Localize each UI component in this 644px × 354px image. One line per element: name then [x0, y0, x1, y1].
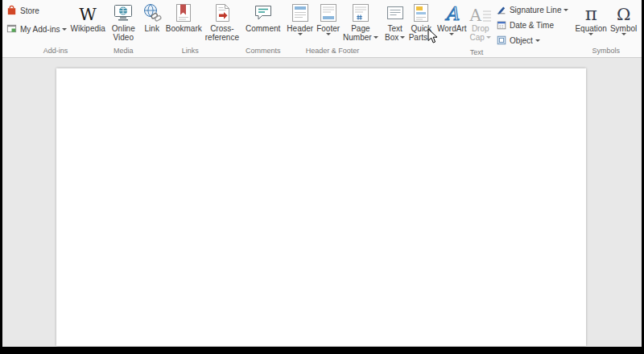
- my-addins-button[interactable]: My Add-ins: [4, 23, 68, 36]
- online-video-button[interactable]: Online Video: [110, 1, 137, 46]
- symbol-icon: Ω: [617, 6, 630, 23]
- ribbon-group-addins: Store My Add-ins W Wikipedia Add-ins: [3, 0, 108, 57]
- ribbon-group-symbols: π Equation Ω Symbol Symbols: [572, 0, 639, 57]
- chevron-down-icon: [326, 33, 331, 35]
- link-icon: [142, 2, 163, 23]
- link-label: Link: [145, 24, 159, 33]
- comment-button[interactable]: Comment: [244, 1, 282, 46]
- store-icon: [6, 4, 18, 18]
- signature-line-button[interactable]: Signature Line: [494, 3, 571, 17]
- chevron-down-icon: [449, 33, 454, 35]
- chevron-down-icon: [564, 9, 568, 11]
- footer-icon: [318, 2, 339, 23]
- mouse-cursor: [427, 28, 439, 47]
- chevron-down-icon: [62, 28, 67, 31]
- my-addins-label: My Add-ins: [20, 25, 60, 34]
- wikipedia-label: Wikipedia: [70, 24, 105, 33]
- wikipedia-icon: W: [79, 6, 97, 23]
- store-button[interactable]: Store: [4, 4, 68, 18]
- group-label-media: Media: [110, 46, 137, 57]
- date-time-button[interactable]: Date & Time: [494, 19, 571, 32]
- ribbon-group-text: Text Box Quick Parts A WordArt: [382, 0, 572, 57]
- page-number-icon: [350, 2, 371, 23]
- chevron-down-icon: [535, 39, 540, 42]
- chevron-down-icon: [298, 33, 303, 35]
- text-box-label-1: Text: [387, 24, 402, 33]
- text-box-label-2: Box: [385, 33, 398, 42]
- cross-reference-label-1: Cross-: [210, 24, 233, 33]
- quick-parts-label-2: Parts: [409, 33, 427, 42]
- symbol-label: Symbol: [610, 24, 637, 33]
- ribbon-insert-tab: Store My Add-ins W Wikipedia Add-ins: [2, 0, 642, 58]
- equation-icon: π: [585, 5, 597, 23]
- wikipedia-button[interactable]: W Wikipedia: [68, 1, 106, 46]
- quick-parts-icon: [411, 2, 431, 23]
- chevron-down-icon: [621, 33, 626, 35]
- header-label: Header: [287, 24, 313, 33]
- document-page[interactable]: [56, 68, 586, 346]
- text-box-button[interactable]: Text Box: [383, 1, 407, 46]
- comment-icon: [253, 2, 274, 23]
- online-video-icon: [113, 2, 134, 23]
- group-label-comments: Comments: [244, 46, 282, 57]
- bookmark-button[interactable]: Bookmark: [164, 1, 204, 46]
- drop-cap-button[interactable]: A Drop Cap: [469, 1, 493, 46]
- group-label-header-footer: Header & Footer: [285, 46, 379, 57]
- bookmark-label: Bookmark: [166, 24, 202, 33]
- drop-cap-label-2: Cap: [470, 33, 485, 42]
- object-label: Object: [510, 36, 533, 45]
- page-number-label-2: Number: [343, 33, 372, 42]
- equation-label: Equation: [575, 24, 606, 33]
- footer-button[interactable]: Footer: [315, 1, 341, 46]
- header-button[interactable]: Header: [285, 1, 315, 46]
- cross-reference-button[interactable]: Cross- reference: [204, 1, 241, 46]
- cross-reference-label-2: reference: [205, 33, 239, 42]
- group-label-addins: Add-ins: [4, 46, 107, 57]
- word-window: Store My Add-ins W Wikipedia Add-ins: [2, 0, 642, 347]
- bookmark-icon: [173, 2, 194, 23]
- ribbon-group-header-footer: Header Footer Page Number: [284, 0, 380, 57]
- object-button[interactable]: Object: [494, 34, 571, 47]
- header-icon: [290, 2, 311, 23]
- group-label-symbols: Symbols: [573, 46, 638, 57]
- symbol-button[interactable]: Ω Symbol: [609, 1, 638, 46]
- page-number-button[interactable]: Page Number: [341, 1, 380, 46]
- page-number-label-1: Page: [351, 24, 369, 33]
- signature-line-label: Signature Line: [510, 6, 562, 14]
- drop-cap-icon: A: [470, 2, 491, 23]
- signature-line-icon: [496, 4, 507, 17]
- chevron-down-icon: [588, 33, 593, 35]
- date-time-label: Date & Time: [510, 21, 554, 30]
- my-addins-icon: [6, 23, 18, 36]
- document-workspace: [2, 58, 642, 346]
- chevron-down-icon: [400, 36, 405, 39]
- ribbon-group-links: Link Bookmark Cross- reference Links: [139, 0, 242, 57]
- comment-label: Comment: [246, 24, 280, 33]
- wordart-icon: A: [445, 5, 459, 23]
- ribbon-group-media: Online Video Media: [109, 0, 138, 57]
- object-icon: [496, 35, 507, 47]
- online-video-label-2: Video: [114, 33, 134, 42]
- drop-cap-label-1: Drop: [472, 24, 489, 33]
- chevron-down-icon: [374, 36, 378, 39]
- wordart-label: WordArt: [437, 24, 467, 33]
- link-button[interactable]: Link: [140, 1, 164, 46]
- date-time-icon: [496, 19, 507, 32]
- group-label-text: Text: [383, 47, 571, 57]
- cross-reference-icon: [212, 2, 233, 23]
- chevron-down-icon: [486, 36, 491, 39]
- footer-label: Footer: [316, 24, 340, 33]
- store-label: Store: [20, 6, 39, 15]
- group-label-links: Links: [140, 46, 241, 57]
- wordart-button[interactable]: A WordArt: [436, 1, 469, 46]
- equation-button[interactable]: π Equation: [573, 1, 608, 46]
- ribbon-group-comments: Comment Comments: [243, 0, 283, 57]
- online-video-label-1: Online: [112, 24, 135, 33]
- text-box-icon: [385, 2, 406, 23]
